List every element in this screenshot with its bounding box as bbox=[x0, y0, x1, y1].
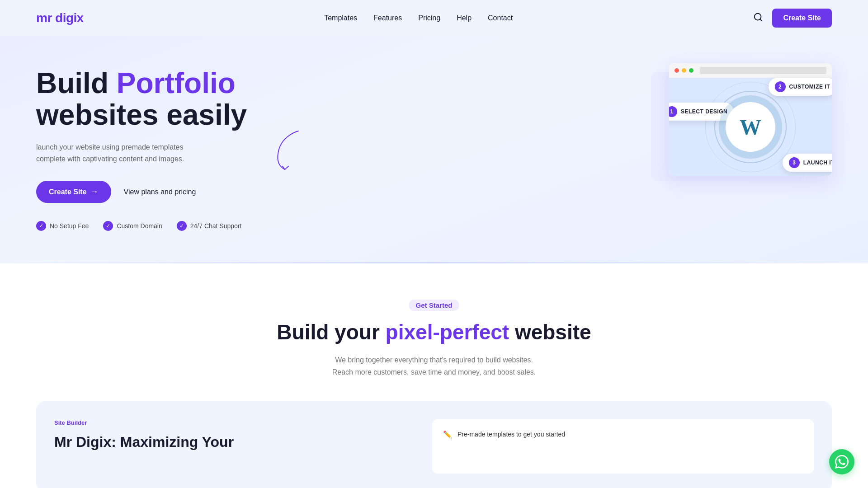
check-icon-3: ✓ bbox=[177, 221, 187, 231]
arrow-icon: → bbox=[90, 187, 99, 197]
logo-text-digix: digix bbox=[55, 11, 84, 25]
nav-link-templates[interactable]: Templates bbox=[324, 14, 357, 22]
nav-links: Templates Features Pricing Help Contact bbox=[324, 14, 513, 22]
section-subtitle: We bring together everything that's requ… bbox=[326, 354, 542, 378]
step-num-3: 3 bbox=[789, 157, 800, 168]
hero-illustration: W 1 SELECT DESIGN 2 CUSTOMIZE IT 3 LAUNC… bbox=[606, 63, 832, 235]
get-started-section: Get Started Build your pixel-perfect web… bbox=[0, 263, 868, 488]
section-title: Build your pixel-perfect website bbox=[36, 320, 832, 345]
browser-dot-green bbox=[689, 68, 693, 73]
browser-window: W 1 SELECT DESIGN 2 CUSTOMIZE IT 3 LAUNC… bbox=[669, 63, 832, 176]
subtitle-line2: Reach more customers, save time and mone… bbox=[332, 368, 536, 376]
logo[interactable]: mr digix bbox=[36, 11, 84, 25]
hero-section: Build Portfolio websites easily launch y… bbox=[0, 36, 868, 262]
hero-title-part2: websites easily bbox=[36, 99, 247, 131]
step-num-2: 2 bbox=[775, 81, 786, 92]
feature-card-left: Site Builder Mr Digix: Maximizing Your bbox=[54, 419, 432, 474]
navbar: mr digix Templates Features Pricing Help… bbox=[0, 0, 868, 36]
step-badge-2: 2 CUSTOMIZE IT bbox=[769, 78, 832, 96]
arrow-decoration bbox=[271, 127, 307, 174]
whatsapp-float-button[interactable] bbox=[829, 449, 854, 474]
badge-custom-domain: ✓ Custom Domain bbox=[103, 221, 162, 231]
hero-badges: ✓ No Setup Fee ✓ Custom Domain ✓ 24/7 Ch… bbox=[36, 221, 247, 231]
section-title-part1: Build your bbox=[277, 320, 385, 344]
nav-link-features[interactable]: Features bbox=[373, 14, 402, 22]
feature-card-title: Mr Digix: Maximizing Your bbox=[54, 433, 414, 450]
feature-card: Site Builder Mr Digix: Maximizing Your ✏… bbox=[36, 401, 832, 488]
step-label-3: LAUNCH IT bbox=[803, 160, 832, 166]
search-icon bbox=[753, 12, 763, 22]
nav-item-contact[interactable]: Contact bbox=[488, 14, 513, 22]
badge-label-1: No Setup Fee bbox=[50, 222, 89, 230]
curved-arrow-svg bbox=[271, 127, 307, 172]
step-label-1: SELECT DESIGN bbox=[681, 108, 727, 115]
feature-card-tag: Site Builder bbox=[54, 419, 414, 426]
create-site-nav-button[interactable]: Create Site bbox=[772, 9, 832, 28]
nav-item-features[interactable]: Features bbox=[373, 14, 402, 22]
hero-title-part1: Build bbox=[36, 67, 117, 99]
badge-label-3: 24/7 Chat Support bbox=[190, 222, 242, 230]
hero-title-highlight: Portfolio bbox=[117, 67, 236, 99]
hero-cta-label: Create Site bbox=[49, 188, 87, 196]
section-title-highlight: pixel-perfect bbox=[386, 320, 509, 344]
step-label-2: CUSTOMIZE IT bbox=[789, 84, 830, 90]
badge-chat-support: ✓ 24/7 Chat Support bbox=[177, 221, 242, 231]
hero-actions: Create Site → View plans and pricing bbox=[36, 181, 247, 203]
hero-create-site-button[interactable]: Create Site → bbox=[36, 181, 111, 203]
check-icon-2: ✓ bbox=[103, 221, 113, 231]
pencil-icon: ✏️ bbox=[443, 430, 452, 439]
browser-url-bar bbox=[700, 67, 826, 74]
browser-content: W 1 SELECT DESIGN 2 CUSTOMIZE IT 3 LAUNC… bbox=[669, 78, 832, 176]
subtitle-line1: We bring together everything that's requ… bbox=[335, 356, 533, 364]
feature-card-title-text: Mr Digix: Maximizing Your bbox=[54, 434, 234, 450]
section-title-part2: website bbox=[509, 320, 591, 344]
check-icon-1: ✓ bbox=[36, 221, 46, 231]
feature-item-templates: ✏️ Pre-made templates to get you started bbox=[443, 430, 803, 439]
hero-secondary-cta[interactable]: View plans and pricing bbox=[124, 188, 196, 196]
get-started-tag: Get Started bbox=[409, 300, 460, 311]
step-num-1: 1 bbox=[669, 106, 677, 117]
wp-w-letter: W bbox=[740, 115, 761, 140]
browser-bar bbox=[669, 63, 832, 78]
feature-item-label: Pre-made templates to get you started bbox=[458, 431, 565, 438]
whatsapp-icon bbox=[835, 455, 849, 469]
nav-item-help[interactable]: Help bbox=[457, 14, 472, 22]
hero-subtitle: launch your website using premade templa… bbox=[36, 141, 208, 164]
nav-link-contact[interactable]: Contact bbox=[488, 14, 513, 22]
nav-item-templates[interactable]: Templates bbox=[324, 14, 357, 22]
hero-title: Build Portfolio websites easily bbox=[36, 67, 247, 131]
feature-card-right: ✏️ Pre-made templates to get you started bbox=[432, 419, 814, 474]
badge-no-setup-fee: ✓ No Setup Fee bbox=[36, 221, 89, 231]
wp-logo: W bbox=[726, 102, 775, 152]
search-button[interactable] bbox=[753, 12, 763, 24]
nav-right: Create Site bbox=[753, 9, 832, 28]
step-badge-1: 1 SELECT DESIGN bbox=[669, 103, 734, 121]
nav-item-pricing[interactable]: Pricing bbox=[418, 14, 440, 22]
step-badge-3: 3 LAUNCH IT bbox=[783, 154, 832, 172]
svg-line-1 bbox=[760, 19, 762, 21]
browser-dot-yellow bbox=[682, 68, 686, 73]
browser-dot-red bbox=[675, 68, 679, 73]
nav-link-help[interactable]: Help bbox=[457, 14, 472, 22]
hero-left: Build Portfolio websites easily launch y… bbox=[36, 67, 247, 231]
nav-link-pricing[interactable]: Pricing bbox=[418, 14, 440, 22]
badge-label-2: Custom Domain bbox=[117, 222, 162, 230]
logo-text-mr: mr bbox=[36, 11, 55, 25]
